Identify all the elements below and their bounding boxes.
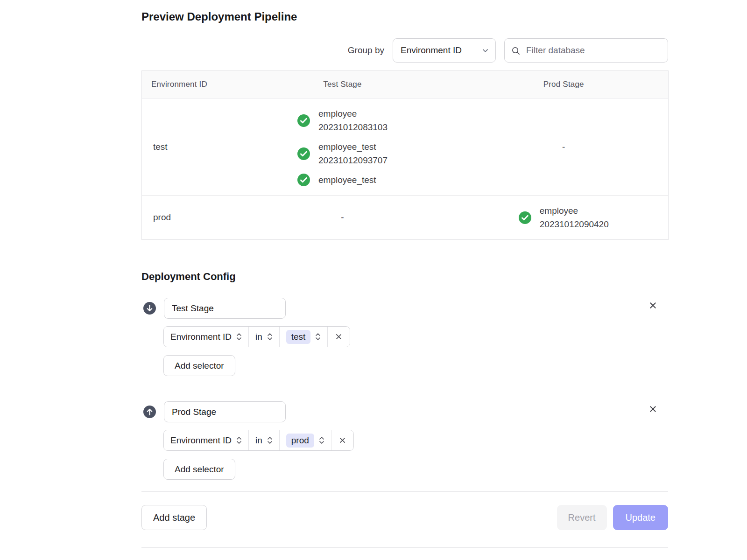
selector-operator-value: in — [255, 435, 262, 446]
divider — [141, 388, 668, 388]
arrow-up-circle-icon — [143, 406, 156, 418]
test-stage-cell: - — [226, 196, 459, 240]
chevron-up-down-icon — [315, 333, 321, 341]
table-row: test employee 20231012083103 — [142, 98, 669, 196]
remove-selector-button[interactable] — [331, 430, 353, 450]
check-circle-icon — [519, 211, 531, 224]
chevron-up-down-icon — [319, 436, 324, 444]
toolbar: Group by Environment ID — [141, 38, 668, 63]
selector-value-select[interactable]: test — [279, 327, 328, 347]
prod-stage-cell: employee 20231012090420 — [459, 196, 669, 240]
remove-selector-button[interactable] — [327, 327, 350, 347]
selector-group: Environment ID in prod — [163, 430, 354, 451]
column-header-environment-id: Environment ID — [142, 71, 226, 98]
deployment-item: employee_test — [297, 173, 376, 187]
selector-field-select[interactable]: Environment ID — [164, 430, 248, 450]
stage-body: Environment ID in prod — [163, 430, 668, 480]
divider — [141, 491, 668, 492]
empty-placeholder: - — [341, 212, 344, 222]
filter-database-box[interactable] — [504, 38, 668, 63]
section-title: Deployment Config — [141, 271, 668, 283]
chevron-up-down-icon — [236, 333, 242, 341]
deployment-name: employee — [540, 204, 609, 217]
selector-operator-value: in — [255, 332, 262, 342]
add-selector-button[interactable]: Add selector — [163, 355, 235, 376]
stage-body: Environment ID in test — [163, 326, 668, 376]
prod-stage-cell: - — [459, 98, 669, 196]
deployment-text: employee_test — [318, 173, 376, 187]
deployment-text: employee 20231012090420 — [540, 204, 609, 231]
selector-value-badge: prod — [286, 434, 314, 448]
deployment-version: 20231012090420 — [540, 217, 609, 231]
empty-placeholder: - — [562, 142, 565, 152]
close-icon — [334, 332, 343, 341]
add-stage-button[interactable]: Add stage — [141, 505, 207, 530]
selector-value-select[interactable]: prod — [279, 430, 331, 450]
column-header-test-stage: Test Stage — [226, 71, 459, 98]
search-icon — [511, 46, 520, 55]
environment-cell: test — [142, 98, 226, 196]
test-stage-cell: employee 20231012083103 employee_test 20… — [226, 98, 459, 196]
stage-name-input[interactable] — [164, 401, 286, 422]
group-by-label: Group by — [348, 45, 384, 56]
deployment-text: employee_test 20231012093707 — [318, 140, 388, 167]
filter-database-input[interactable] — [525, 45, 661, 56]
selector-field-select[interactable]: Environment ID — [164, 327, 248, 347]
deployment-version: 20231012093707 — [318, 154, 388, 167]
selector-field-value: Environment ID — [170, 332, 232, 342]
chevron-up-down-icon — [267, 436, 273, 444]
page-title: Preview Deployment Pipeline — [141, 10, 668, 23]
chevron-up-down-icon — [267, 333, 273, 341]
add-selector-button[interactable]: Add selector — [163, 459, 235, 480]
deployment-list: employee 20231012090420 — [519, 204, 609, 231]
deployment-list: employee 20231012083103 employee_test 20… — [297, 107, 388, 187]
pipeline-table: Environment ID Test Stage Prod Stage tes… — [141, 70, 669, 240]
remove-stage-button[interactable] — [646, 402, 660, 416]
stage-header — [141, 401, 668, 422]
bottom-divider — [141, 547, 668, 548]
close-icon — [338, 436, 347, 445]
deployment-name: employee_test — [318, 173, 376, 187]
close-icon — [648, 301, 658, 310]
deployment-version: 20231012083103 — [318, 120, 388, 134]
group-by-selected-value: Environment ID — [401, 45, 462, 56]
deployment-name: employee — [318, 107, 388, 120]
revert-button[interactable]: Revert — [557, 505, 607, 530]
stage-name-input[interactable] — [164, 298, 286, 319]
table-row: prod - employee 20231012090420 — [142, 196, 669, 240]
selector-value-badge: test — [286, 330, 311, 344]
arrow-down-circle-icon — [143, 302, 156, 315]
environment-cell: prod — [142, 196, 226, 240]
check-circle-icon — [297, 174, 310, 186]
stage-header — [141, 298, 668, 319]
selector-field-value: Environment ID — [170, 435, 232, 446]
chevron-up-down-icon — [236, 436, 242, 444]
group-by-select[interactable]: Environment ID — [393, 38, 496, 63]
selector-operator-select[interactable]: in — [248, 327, 279, 347]
remove-stage-button[interactable] — [646, 299, 660, 312]
deployment-pipeline-page: Preview Deployment Pipeline Group by Env… — [141, 0, 668, 548]
actions-bar: Add stage Revert Update — [141, 505, 668, 530]
check-circle-icon — [297, 114, 310, 127]
column-header-prod-stage: Prod Stage — [459, 71, 669, 98]
deployment-item: employee 20231012090420 — [519, 204, 609, 231]
check-circle-icon — [297, 147, 310, 160]
selector-operator-select[interactable]: in — [248, 430, 279, 450]
close-icon — [648, 404, 658, 414]
update-button[interactable]: Update — [613, 505, 669, 530]
chevron-down-icon — [482, 47, 489, 54]
deployment-item: employee 20231012083103 — [297, 107, 388, 134]
stage-block-test: Environment ID in test — [141, 298, 668, 376]
table-header-row: Environment ID Test Stage Prod Stage — [142, 71, 669, 98]
deployment-text: employee 20231012083103 — [318, 107, 388, 134]
deployment-name: employee_test — [318, 140, 388, 154]
stage-block-prod: Environment ID in prod — [141, 401, 668, 480]
selector-group: Environment ID in test — [163, 326, 350, 347]
deployment-item: employee_test 20231012093707 — [297, 140, 388, 167]
